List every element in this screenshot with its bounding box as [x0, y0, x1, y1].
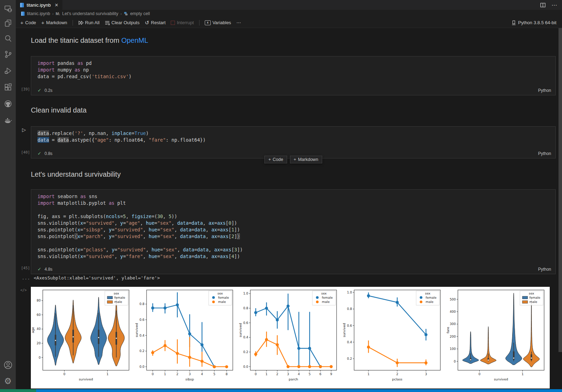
svg-text:male: male [218, 300, 226, 304]
svg-text:female: female [322, 296, 333, 299]
breadcrumb-cell[interactable]: empty cell [130, 11, 150, 16]
tab-title: titanic.ipynb [27, 2, 51, 8]
svg-text:male: male [114, 300, 122, 304]
svg-text:1.0: 1.0 [347, 291, 352, 294]
run-debug-icon[interactable] [0, 64, 16, 77]
breadcrumb-file[interactable]: titanic.ipynb [27, 11, 50, 16]
markdown-link[interactable]: OpenML [121, 36, 148, 44]
svg-text:1: 1 [107, 372, 109, 376]
notebook-file-icon [20, 2, 24, 8]
tab-bar: titanic.ipynb ✕ ⋯ [16, 0, 562, 10]
svg-text:4: 4 [201, 372, 203, 376]
svg-text:6: 6 [319, 372, 321, 376]
svg-text:sex: sex [529, 292, 534, 295]
cell-language[interactable]: Python [538, 151, 551, 156]
notebook-toolbar: +Code +Markdown Run All Clear Outputs ↺ … [16, 18, 562, 28]
svg-text:fare: fare [446, 327, 450, 333]
code-editor[interactable]: import pandas as pdimport numpy as npdat… [31, 56, 555, 80]
svg-text:0.4: 0.4 [243, 336, 249, 339]
svg-text:0: 0 [255, 372, 257, 376]
markdown-cell[interactable]: Let's understand survivability [31, 170, 121, 178]
search-icon[interactable] [0, 32, 16, 45]
svg-text:1: 1 [367, 372, 370, 376]
figure-panel-0: 02040608001survivedagesexfemalemale [31, 287, 135, 388]
extensions-icon[interactable] [0, 81, 16, 94]
notebook-file-icon [21, 11, 25, 16]
docker-icon[interactable] [0, 114, 16, 127]
plus-icon: + [268, 157, 271, 162]
figure-panel-3: 0.20.40.60.81.0123pclasssurvivedsexfemal… [342, 287, 446, 388]
account-icon[interactable] [0, 358, 16, 372]
code-cell[interactable]: data.replace('?', np.nan, inplace=True)d… [31, 126, 556, 158]
insert-markdown-cell-button[interactable]: +Markdown [290, 156, 322, 163]
chevron-right-icon: › [52, 12, 54, 16]
breadcrumb-section[interactable]: Let's understand survivability [62, 11, 118, 16]
svg-text:20: 20 [37, 342, 41, 345]
remote-indicator[interactable] [0, 389, 36, 392]
add-code-cell-button[interactable]: +Code [20, 20, 36, 26]
svg-text:female: female [218, 296, 229, 299]
explorer-icon[interactable] [0, 16, 16, 30]
svg-text:500: 500 [450, 298, 456, 301]
svg-text:0: 0 [152, 372, 154, 376]
activity-bar: ⚙ [0, 0, 16, 389]
svg-text:4: 4 [298, 372, 300, 376]
code-editor[interactable]: import seaborn as snsimport matplotlib.p… [31, 190, 555, 260]
svg-text:0.8: 0.8 [243, 306, 249, 310]
figure-panel-1: 0.00.20.40.60.80123458sibspsurvivedsexfe… [135, 287, 238, 388]
plus-icon: + [41, 20, 45, 26]
code-cell[interactable]: import seaborn as snsimport matplotlib.p… [31, 189, 556, 274]
tab-close-icon[interactable]: ✕ [55, 2, 59, 8]
output-collapsed-icon[interactable]: ... [22, 275, 30, 281]
svg-text:0.6: 0.6 [243, 321, 249, 325]
python-cell-icon [124, 12, 128, 16]
toolbar-more-actions-icon[interactable]: ⋯ [236, 20, 241, 25]
split-editor-icon[interactable] [540, 3, 546, 7]
svg-text:female: female [529, 296, 540, 299]
svg-text:sex: sex [425, 292, 431, 295]
figure-output: 02040608001survivedagesexfemalemale0.00.… [31, 287, 550, 388]
output-mimetype-icon[interactable]: </> [20, 288, 27, 292]
svg-text:0.8: 0.8 [140, 302, 145, 306]
svg-text:400: 400 [450, 310, 456, 313]
code-editor[interactable]: data.replace('?', np.nan, inplace=True)d… [31, 127, 555, 143]
clear-outputs-button[interactable]: Clear Outputs [105, 20, 140, 25]
svg-text:female: female [426, 296, 436, 299]
execution-time: 4.8s [45, 267, 53, 272]
plus-icon: + [294, 157, 296, 162]
svg-text:survived: survived [494, 377, 508, 381]
settings-gear-icon[interactable]: ⚙ [0, 374, 16, 388]
cell-language[interactable]: Python [538, 88, 551, 93]
github-icon[interactable] [0, 97, 16, 110]
cell-language[interactable]: Python [538, 267, 551, 272]
interrupt-kernel-button[interactable]: Interrupt [171, 20, 194, 25]
variables-button[interactable]: x Variables [205, 20, 231, 25]
svg-text:9: 9 [330, 372, 332, 376]
scrollbar[interactable] [558, 28, 562, 352]
run-cell-button[interactable]: ▷ [22, 127, 26, 133]
svg-text:5: 5 [213, 372, 215, 376]
svg-text:parch: parch [289, 377, 298, 381]
add-markdown-cell-button[interactable]: +Markdown [41, 20, 67, 26]
restart-kernel-button[interactable]: ↺ Restart [145, 20, 165, 26]
tab-titanic-ipynb[interactable]: titanic.ipynb ✕ [16, 0, 62, 10]
execution-count: [39] [21, 87, 30, 91]
run-all-button[interactable]: Run All [78, 20, 100, 25]
svg-text:8: 8 [226, 372, 228, 376]
svg-text:0.4: 0.4 [140, 334, 145, 337]
svg-text:5: 5 [309, 372, 311, 376]
markdown-cell[interactable]: Clean invalid data [31, 106, 87, 114]
cell-output-text: ... <AxesSubplot:xlabel='survived', ylab… [16, 275, 562, 282]
svg-text:male: male [426, 300, 434, 304]
markdown-cell[interactable]: Load the titanic dataset from OpenML [31, 36, 148, 45]
insert-code-cell-button[interactable]: +Code [264, 156, 287, 163]
svg-text:2: 2 [276, 372, 278, 376]
svg-text:200: 200 [450, 335, 456, 338]
code-cell[interactable]: import pandas as pdimport numpy as npdat… [31, 56, 556, 95]
success-check-icon: ✓ [38, 88, 41, 93]
remote-explorer-icon[interactable] [0, 2, 16, 15]
editor-more-actions-icon[interactable]: ⋯ [551, 2, 557, 8]
kernel-picker[interactable]: Python 3.8.5 64-bit [512, 20, 562, 25]
python-interpreter-icon [512, 20, 516, 25]
source-control-icon[interactable] [0, 48, 16, 61]
